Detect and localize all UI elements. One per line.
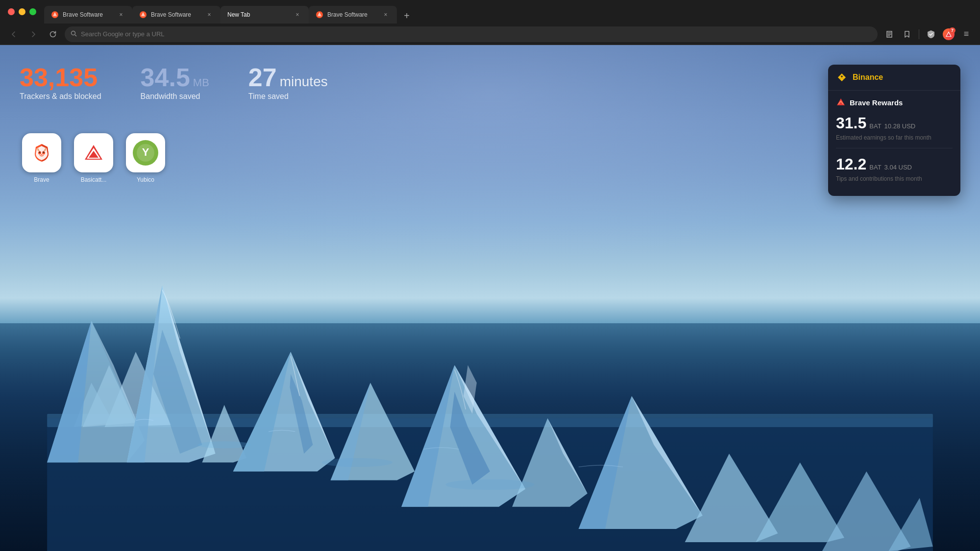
bandwidth-unit: MB — [193, 76, 209, 89]
ice-scene — [0, 197, 980, 551]
svg-line-13 — [75, 35, 76, 36]
tab-favicon-1 — [51, 11, 59, 19]
brave-rewards-section: Brave Rewards 31.5 BAT 10.28 USD Estimat… — [828, 91, 960, 196]
shortcut-yubico[interactable]: Y Yubico — [123, 133, 168, 183]
shortcut-basicatt[interactable]: Basicatt... — [72, 133, 116, 183]
bandwidth-label: Bandwidth saved — [141, 92, 209, 101]
tab-close-2[interactable]: × — [205, 10, 214, 19]
bookmarks-button[interactable] — [899, 26, 915, 42]
time-unit: minutes — [280, 74, 328, 90]
reading-list-button[interactable] — [882, 26, 897, 42]
tab-favicon-2 — [139, 11, 147, 19]
binance-title: Binance — [853, 73, 883, 82]
back-button[interactable] — [6, 26, 22, 42]
search-icon — [71, 30, 77, 38]
svg-point-57 — [43, 152, 45, 153]
tips-amount: 12.2 — [836, 155, 866, 173]
shortcut-label-brave: Brave — [34, 176, 49, 183]
svg-point-12 — [72, 31, 75, 35]
tab-close-3[interactable]: × — [293, 10, 302, 19]
minimize-button[interactable] — [19, 8, 25, 15]
brave-shield-button[interactable] — [923, 26, 939, 42]
address-bar[interactable] — [65, 26, 878, 42]
tab-close-4[interactable]: × — [381, 10, 390, 19]
svg-point-50 — [197, 441, 250, 448]
tab-favicon-4 — [316, 11, 323, 19]
svg-point-3 — [54, 14, 56, 16]
traffic-lights — [0, 8, 44, 15]
title-bar: Brave Software × Brave Software × New Ta… — [0, 0, 980, 24]
bat-rewards-button[interactable]: 7 — [941, 26, 956, 42]
shortcut-icon-yubico: Y — [126, 133, 165, 172]
bandwidth-number: 34.5 — [141, 65, 190, 90]
tips-bat-label: BAT — [869, 164, 881, 171]
estimated-usd: 10.28 USD — [884, 122, 916, 130]
binance-header: Binance — [828, 65, 960, 91]
tips-description: Tips and contributions this month — [836, 175, 953, 182]
estimated-earnings-row: 31.5 BAT 10.28 USD Estimated earnings so… — [836, 114, 953, 141]
tabs-container: Brave Software × Brave Software × New Ta… — [44, 0, 980, 24]
svg-point-52 — [446, 479, 535, 490]
main-menu-button[interactable]: ≡ — [958, 26, 974, 42]
tab-close-1[interactable]: × — [117, 10, 125, 19]
basicatt-logo-icon — [81, 140, 106, 166]
bat-badge-count: 7 — [949, 27, 956, 33]
time-label: Time saved — [248, 92, 328, 101]
time-number: 27 — [248, 65, 277, 90]
shortcut-brave[interactable]: Brave — [20, 133, 64, 183]
tab-title-2: Brave Software — [151, 11, 201, 18]
shortcut-icon-brave — [22, 133, 61, 172]
bandwidth-stat: 34.5 MB Bandwidth saved — [141, 65, 209, 101]
nav-right-buttons: 7 ≡ — [882, 26, 974, 42]
main-content: 33,135 Trackers & ads blocked 34.5 MB Ba… — [0, 45, 980, 551]
svg-text:Y: Y — [142, 146, 149, 158]
rewards-divider — [836, 148, 953, 148]
tab-2[interactable]: Brave Software × — [132, 6, 220, 24]
estimated-bat-label: BAT — [869, 122, 881, 130]
tab-title-3: New Tab — [227, 11, 289, 18]
forward-button[interactable] — [25, 26, 41, 42]
shortcut-label-yubico: Yubico — [137, 176, 154, 183]
tab-4[interactable]: Brave Software × — [309, 6, 397, 24]
tab-title-4: Brave Software — [327, 11, 377, 18]
divider — [919, 29, 919, 39]
brave-rewards-header: Brave Rewards — [836, 97, 953, 107]
time-stat: 27 minutes Time saved — [248, 65, 328, 101]
brave-rewards-icon — [836, 97, 846, 107]
new-tab-button[interactable]: + — [399, 8, 415, 24]
binance-rewards-widget[interactable]: Binance Brave Rewards 31.5 BAT 10.28 USD — [828, 65, 960, 196]
brave-logo-icon — [29, 140, 54, 166]
nav-bar: 7 ≡ — [0, 24, 980, 45]
reload-button[interactable] — [45, 26, 61, 42]
svg-point-11 — [318, 14, 320, 16]
tips-contributions-row: 12.2 BAT 3.04 USD Tips and contributions… — [836, 155, 953, 182]
url-input[interactable] — [81, 30, 872, 38]
tab-1[interactable]: Brave Software × — [44, 6, 132, 24]
yubico-logo-icon: Y — [133, 140, 158, 166]
svg-point-51 — [322, 458, 393, 467]
close-button[interactable] — [8, 8, 15, 15]
tab-3-new-tab[interactable]: New Tab × — [220, 6, 309, 24]
tab-title-1: Brave Software — [63, 11, 113, 18]
binance-logo-icon — [836, 72, 848, 83]
estimated-description: Estimated earnings so far this month — [836, 134, 953, 141]
svg-point-56 — [39, 152, 41, 153]
shortcut-icon-basicatt — [74, 133, 113, 172]
maximize-button[interactable] — [29, 8, 36, 15]
shortcut-label-basicatt: Basicatt... — [81, 176, 107, 183]
trackers-number: 33,135 — [20, 65, 98, 90]
svg-point-7 — [142, 14, 144, 16]
trackers-label: Trackers & ads blocked — [20, 92, 101, 101]
shortcuts-area: Brave Basicatt... Y — [20, 133, 168, 183]
estimated-earnings-amount: 31.5 — [836, 114, 866, 132]
trackers-stat: 33,135 Trackers & ads blocked — [20, 65, 101, 101]
tips-usd: 3.04 USD — [884, 164, 912, 171]
stats-area: 33,135 Trackers & ads blocked 34.5 MB Ba… — [20, 65, 328, 101]
brave-rewards-title: Brave Rewards — [850, 98, 903, 107]
